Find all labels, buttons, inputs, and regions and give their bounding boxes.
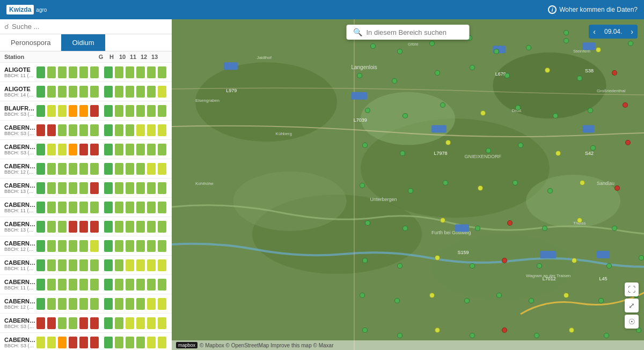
map-dot: [537, 263, 542, 269]
map-area: Langenlois GNIEIXENDORF Unterbergen Furt…: [172, 19, 644, 350]
bar-cell: [158, 182, 166, 194]
compass-button[interactable]: ☉: [625, 315, 639, 329]
info-icon[interactable]: i: [548, 5, 557, 14]
tab-peronospora[interactable]: Peronospora: [0, 34, 61, 51]
svg-rect-24: [224, 62, 238, 70]
search-icon: ☌: [4, 23, 9, 31]
station-item[interactable]: CABERNET SAUVIGNONBBCH: S3 (Cabernet Sau…: [0, 333, 172, 350]
bar-cell: [115, 105, 123, 117]
station-sub: BBCH: 13 (Cabernet Sauvignon): [4, 189, 36, 194]
tab-oidium[interactable]: Oidium: [61, 34, 105, 51]
station-item[interactable]: CABERNET SAUVIGNONBBCH: S3 (Cabernet Sau…: [0, 314, 172, 333]
station-item[interactable]: CABERNET SAUVIGNONBBCH: 13 (Cabernet Sau…: [0, 178, 172, 198]
station-sub: BBCH: S3 (Blaufränkisch): [4, 111, 36, 117]
station-item[interactable]: CABERNET SAUVIGNONBBCH: 12 (Cabernet Sau…: [0, 294, 172, 314]
bar-cell: [47, 221, 56, 233]
station-item[interactable]: CABERNET SAUVIGNONBBCH: 11 (Cabernet Sau…: [0, 275, 172, 294]
bar-cell: [36, 240, 45, 252]
data-source-label: Woher kommen die Daten?: [559, 6, 638, 13]
station-name: CABERNET SAUVIGNON: [4, 144, 36, 150]
mapbox-brand: mapbox: [176, 342, 197, 348]
station-name: CABERNET SAUVIGNON: [4, 259, 36, 266]
station-item[interactable]: CABERNET SAUVIGNONBBCH: 11 (Cabernet Sau…: [0, 256, 172, 275]
bar-cell: [69, 105, 77, 117]
bar-cell: [158, 202, 166, 213]
svg-text:Kühberg: Kühberg: [276, 131, 292, 136]
bar-cell: [158, 221, 166, 233]
map-dot: [569, 327, 574, 333]
bar-cell: [47, 202, 56, 213]
bar-cell: [158, 317, 166, 329]
map-dot: [598, 298, 604, 303]
bar-cell: [90, 298, 99, 310]
svg-point-8: [526, 175, 620, 228]
map-dot: [555, 151, 561, 156]
bar-cell: [115, 182, 123, 194]
bar-cell: [90, 202, 99, 213]
bar-cell: [36, 317, 45, 329]
station-item[interactable]: CABERNET SAUVIGNONBBCH: S3 (Cabernet Sau…: [0, 140, 172, 159]
bar-cell: [58, 337, 67, 348]
bar-cell: [79, 202, 88, 213]
bar-group: [36, 279, 167, 291]
date-next-button[interactable]: ›: [626, 25, 638, 39]
bar-cell: [47, 86, 56, 98]
bar-cell: [158, 124, 166, 136]
station-item[interactable]: CABERNET SAUVIGNONBBCH: 11 (Cabernet Sau…: [0, 198, 172, 217]
bar-cell: [58, 202, 67, 213]
data-source-info[interactable]: i Woher kommen die Daten?: [548, 5, 638, 14]
bar-cell: [158, 240, 166, 252]
bar-cell: [47, 279, 56, 291]
bar-cell: [36, 259, 45, 271]
bar-cell: [126, 86, 134, 98]
map-dot: [480, 110, 486, 116]
bar-cell: [126, 221, 134, 233]
bar-group: [36, 163, 167, 175]
map-search-input[interactable]: [367, 28, 463, 36]
bar-cell: [104, 144, 113, 155]
station-item[interactable]: BLAUFRAENKISCH - Göttlesbrunn - Altenber…: [0, 101, 172, 121]
map-dot: [564, 38, 569, 43]
date-prev-button[interactable]: ‹: [589, 25, 600, 39]
bar-cell: [90, 124, 99, 136]
map-dot: [518, 143, 523, 148]
svg-text:L45: L45: [599, 276, 607, 281]
bar-group: [36, 240, 167, 252]
bar-cell: [90, 105, 99, 117]
bar-cell: [58, 66, 67, 78]
bar-cell: [58, 279, 67, 291]
svg-point-6: [361, 92, 455, 145]
station-item[interactable]: CABERNET SAUVIGNONBBCH: 13 (Cabernet Sau…: [0, 217, 172, 236]
station-sub: BBCH: S3 (Cabernet Sauvignon): [4, 324, 36, 329]
map-dot: [365, 108, 370, 113]
station-item[interactable]: ALIGOTEBBCH: 14 (Aligote): [0, 82, 172, 101]
svg-rect-36: [455, 225, 469, 232]
bar-cell: [47, 240, 56, 252]
map-dot: [486, 148, 491, 153]
bar-cell: [115, 259, 123, 271]
bar-cell: [115, 337, 123, 348]
search-input[interactable]: [12, 23, 167, 31]
station-item[interactable]: CABERNET SAUVIGNONBBCH: 12 (Cabernet Sau…: [0, 236, 172, 256]
svg-text:Droß: Droß: [512, 108, 522, 113]
map-dot: [553, 113, 558, 118]
svg-text:S42: S42: [585, 151, 594, 156]
bar-cell: [79, 182, 88, 194]
bar-cell: [58, 86, 67, 98]
bar-cell: [136, 144, 145, 155]
map-dot: [572, 258, 577, 263]
station-info: CABERNET SAUVIGNONBBCH: 11 (Cabernet Sau…: [4, 279, 36, 291]
svg-text:Wagram an der Traisen: Wagram an der Traisen: [526, 273, 570, 278]
station-item[interactable]: CABERNET FRANCBBCH: S3 (Cabernet franc): [0, 121, 172, 140]
station-sub: BBCH: 11 (Cabernet Sauvignon): [4, 266, 36, 271]
station-item[interactable]: ALIGOTEBBCH: 11 (Aligote): [0, 63, 172, 82]
map-dot: [612, 70, 617, 76]
bar-group: [36, 86, 167, 98]
date-display: 09.04.: [600, 25, 626, 38]
station-item[interactable]: CABERNET SAUVIGNONBBCH: 12 (Cabernet Sau…: [0, 159, 172, 178]
station-info: CABERNET SAUVIGNONBBCH: 11 (Cabernet Sau…: [4, 259, 36, 271]
svg-rect-40: [597, 251, 610, 258]
zoom-in-button[interactable]: ⤢: [625, 299, 639, 312]
fullscreen-button[interactable]: ⛶: [625, 282, 639, 296]
map-dot: [394, 298, 400, 303]
